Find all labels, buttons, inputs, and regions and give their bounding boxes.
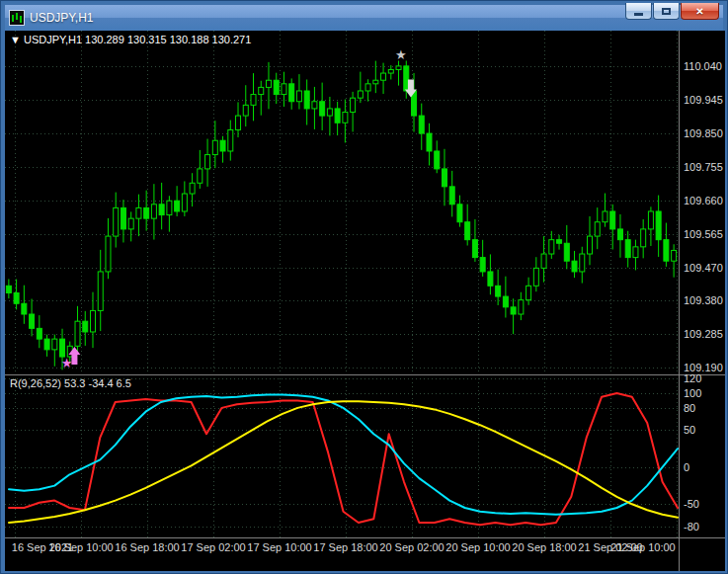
candle-body (327, 109, 332, 116)
price-axis-label: 109.470 (684, 262, 723, 274)
indicator-axis-label: 80 (684, 402, 695, 414)
candle-body (365, 84, 370, 91)
candle-body (564, 243, 569, 261)
candle-body (503, 296, 508, 307)
time-axis-label: 20 Sep 18:00 (512, 541, 576, 553)
indicator-axis-label: -80 (684, 521, 699, 533)
candle-body (289, 84, 294, 102)
minimize-button[interactable] (625, 3, 652, 20)
candle-body (75, 321, 80, 346)
candle-body (343, 113, 348, 123)
candle-body (511, 307, 516, 314)
candle-body (449, 187, 454, 205)
candle-body (167, 201, 172, 214)
candle-body (106, 236, 111, 272)
indicator-axis-label: 100 (684, 387, 701, 399)
time-axis-label: 20 Sep 10:00 (445, 541, 510, 553)
application-window: USDJPY,H1 ✕ ★★110.040109.945109.850109.7… (0, 0, 728, 574)
price-axis-label: 109.380 (684, 294, 723, 306)
indicator-label: R(9,26,52) 53.3 -34.4 6.5 (10, 377, 131, 389)
candle-body (465, 222, 470, 240)
candle-body (182, 194, 187, 211)
chart-client-area[interactable]: ★★110.040109.945109.850109.755109.660109… (5, 31, 725, 571)
candle-body (22, 303, 27, 314)
candle-body (480, 258, 485, 272)
window-titlebar[interactable]: USDJPY,H1 ✕ (5, 5, 723, 31)
candle-body (388, 69, 393, 73)
price-axis-label: 109.565 (684, 228, 723, 240)
candle-body (259, 87, 264, 94)
price-axis-label: 109.755 (684, 161, 723, 173)
candle-body (90, 310, 95, 332)
candle-body (617, 229, 622, 240)
candle-body (496, 286, 501, 296)
candle-body (427, 133, 432, 151)
candle-body (358, 91, 363, 98)
candle-body (572, 261, 577, 272)
candle-body (588, 236, 593, 254)
candle-body (198, 169, 202, 183)
candle-body (136, 207, 141, 218)
candle-body (457, 205, 462, 222)
candle-body (672, 250, 677, 261)
candle-body (205, 155, 210, 169)
signal-star-icon[interactable]: ★ (61, 356, 73, 370)
candle-body (442, 169, 446, 187)
candle-body (320, 102, 325, 116)
indicator-axis-label: 50 (684, 424, 695, 436)
candle-body (121, 207, 125, 229)
candle-body (52, 339, 57, 350)
price-axis-label: 110.040 (684, 60, 722, 72)
candle-body (151, 205, 156, 218)
candle-body (144, 207, 149, 218)
candle-body (114, 207, 119, 236)
candle-body (274, 80, 279, 94)
app-icon (9, 10, 25, 26)
chart-header-ohlc[interactable]: ▼ USDJPY,H1 130.289 130.315 130.188 130.… (10, 34, 251, 45)
candle-body (159, 205, 164, 215)
window-controls: ✕ (625, 3, 719, 20)
price-axis-label: 109.945 (684, 94, 723, 106)
candle-body (648, 211, 653, 229)
candle-body (6, 286, 11, 292)
candle-body (519, 300, 524, 314)
maximize-button[interactable] (653, 3, 680, 20)
candle-body (175, 201, 180, 211)
time-axis-label: 17 Sep 18:00 (313, 541, 377, 553)
candle-body (373, 80, 378, 84)
candle-body (282, 84, 286, 95)
candle-body (30, 314, 35, 328)
candle-body (381, 73, 386, 80)
candle-body (610, 211, 615, 229)
time-axis-label: 21 Sep 10:00 (610, 541, 675, 553)
candle-body (220, 140, 225, 151)
candle-body (335, 109, 340, 123)
candle-body (251, 95, 256, 106)
candle-body (541, 254, 546, 268)
time-axis-label: 17 Sep 02:00 (181, 541, 245, 553)
candle-body (60, 339, 65, 357)
candle-body (603, 211, 607, 222)
candle-body (533, 268, 538, 286)
candle-body (243, 105, 248, 116)
candle-body (549, 240, 554, 254)
candle-body (37, 328, 41, 339)
chart-canvas[interactable]: ★★110.040109.945109.850109.755109.660109… (5, 31, 725, 571)
candle-body (526, 286, 531, 299)
candle-body (83, 321, 88, 332)
signal-star-icon[interactable]: ★ (395, 47, 407, 62)
candle-body (557, 240, 562, 244)
candle-body (625, 240, 630, 258)
time-axis-label: 16 Sep 18:00 (115, 541, 179, 553)
candle-body (304, 91, 309, 109)
close-button[interactable]: ✕ (681, 3, 719, 20)
time-axis[interactable]: 16 Sep 202116 Sep 10:0016 Sep 18:0017 Se… (12, 541, 676, 553)
candle-body (266, 80, 271, 87)
indicator-axis-label: 120 (684, 372, 701, 384)
candle-body (633, 247, 638, 258)
price-axis-label: 109.660 (684, 195, 723, 206)
time-axis-label: 16 Sep 10:00 (48, 541, 113, 553)
time-axis-label: 20 Sep 02:00 (379, 541, 444, 553)
minimize-icon (634, 13, 643, 16)
price-axis-label: 109.285 (684, 328, 723, 340)
